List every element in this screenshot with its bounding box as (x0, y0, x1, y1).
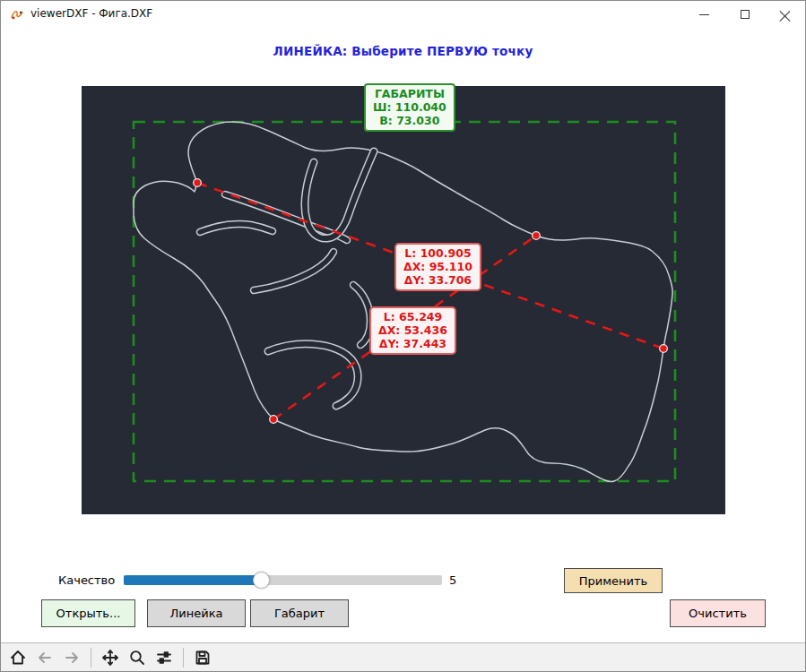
dxf-canvas[interactable]: ГАБАРИТЫ Ш: 110.040 В: 73.030 L: 100.905… (82, 86, 725, 514)
gabarit-button[interactable]: Габарит (250, 599, 349, 627)
maximize-button[interactable] (724, 1, 765, 28)
dimensions-width: Ш: 110.040 (373, 101, 446, 115)
clear-button[interactable]: Очистить (670, 599, 766, 627)
apply-button[interactable]: Применить (564, 568, 663, 593)
home-icon[interactable] (6, 646, 30, 669)
close-button[interactable] (765, 1, 805, 28)
measure-point[interactable] (660, 345, 668, 353)
dxf-drawing (82, 86, 725, 514)
quality-slider-thumb[interactable] (253, 572, 270, 589)
zoom-icon[interactable] (126, 646, 149, 669)
ruler-length: L: 100.905 (403, 247, 472, 261)
ruler-button[interactable]: Линейка (147, 599, 246, 627)
back-icon[interactable] (33, 646, 56, 669)
measure-point[interactable] (270, 416, 278, 424)
quality-slider[interactable] (124, 575, 442, 585)
title-bar[interactable]: viewerDXF - Фига.DXF (1, 1, 805, 28)
forward-icon[interactable] (60, 646, 83, 669)
ruler-dx: ΔX: 53.436 (378, 324, 447, 338)
measure-point[interactable] (533, 232, 541, 240)
ruler-dx: ΔX: 95.110 (403, 261, 472, 274)
maximize-icon (741, 10, 750, 19)
status-hint: ЛИНЕЙКА: Выберите ПЕРВУЮ точку (1, 44, 805, 58)
ruler-length: L: 65.249 (378, 311, 447, 324)
open-button[interactable]: Открыть... (41, 599, 135, 627)
dimensions-title: ГАБАРИТЫ (373, 88, 446, 101)
ruler-measurement-label: L: 100.905 ΔX: 95.110 ΔY: 33.706 (394, 243, 481, 291)
quality-slider-fill (124, 575, 261, 585)
close-icon (780, 9, 791, 20)
app-icon (10, 7, 24, 22)
ruler-measurement-label: L: 65.249 ΔX: 53.436 ΔY: 37.443 (369, 306, 456, 355)
window-title: viewerDXF - Фига.DXF (30, 7, 152, 20)
dimensions-height: В: 73.030 (373, 115, 446, 128)
measure-point[interactable] (194, 179, 202, 187)
quality-label: Качество (58, 573, 115, 587)
toolbar-separator (91, 648, 91, 668)
shape-outline (134, 122, 672, 481)
ruler-dy: ΔY: 33.706 (403, 274, 472, 288)
app-window: viewerDXF - Фига.DXF ЛИНЕЙКА: Выберите П… (0, 0, 806, 672)
dimensions-label: ГАБАРИТЫ Ш: 110.040 В: 73.030 (364, 83, 455, 132)
minimize-button[interactable] (684, 1, 724, 28)
toolbar-separator (183, 648, 184, 668)
minimize-icon (699, 14, 709, 15)
configure-icon[interactable] (152, 646, 176, 669)
ruler-dy: ΔY: 37.443 (378, 338, 447, 351)
quality-value: 5 (449, 573, 456, 587)
pan-icon[interactable] (99, 646, 122, 669)
navigation-toolbar (1, 642, 805, 672)
save-icon[interactable] (191, 646, 214, 669)
bounds-rect (134, 122, 675, 481)
